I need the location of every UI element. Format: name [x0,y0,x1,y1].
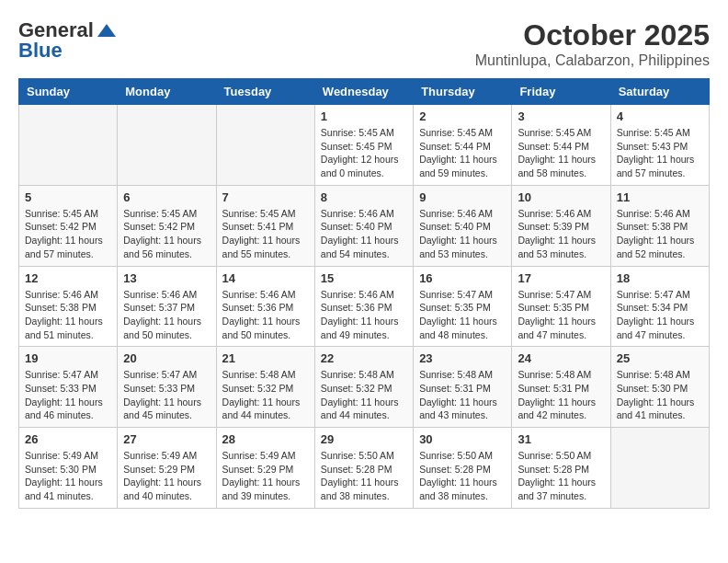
table-row: 22Sunrise: 5:48 AMSunset: 5:32 PMDayligh… [314,347,413,428]
day-number: 22 [321,351,407,365]
day-info: Sunrise: 5:47 AMSunset: 5:35 PMDaylight:… [419,288,506,342]
header-saturday: Saturday [610,79,709,105]
table-row: 5Sunrise: 5:45 AMSunset: 5:42 PMDaylight… [19,185,118,266]
day-info: Sunrise: 5:46 AMSunset: 5:38 PMDaylight:… [25,288,111,342]
day-info: Sunrise: 5:47 AMSunset: 5:33 PMDaylight:… [25,368,111,422]
day-number: 10 [518,190,604,204]
day-number: 24 [518,351,604,365]
header-wednesday: Wednesday [314,79,413,105]
day-number: 16 [419,271,506,285]
table-row: 15Sunrise: 5:46 AMSunset: 5:36 PMDayligh… [314,266,413,347]
table-row: 25Sunrise: 5:48 AMSunset: 5:30 PMDayligh… [610,347,709,428]
day-info: Sunrise: 5:48 AMSunset: 5:30 PMDaylight:… [617,368,703,422]
day-number: 27 [123,432,210,446]
day-number: 31 [518,432,604,446]
day-number: 28 [222,432,309,446]
day-info: Sunrise: 5:49 AMSunset: 5:29 PMDaylight:… [123,449,210,503]
day-info: Sunrise: 5:49 AMSunset: 5:29 PMDaylight:… [222,449,309,503]
logo-blue: Blue [18,39,63,63]
logo-arrow-icon [96,22,116,39]
day-info: Sunrise: 5:45 AMSunset: 5:44 PMDaylight:… [419,126,506,180]
day-number: 26 [25,432,111,446]
day-number: 9 [419,190,506,204]
day-number: 19 [25,351,111,365]
day-info: Sunrise: 5:46 AMSunset: 5:36 PMDaylight:… [321,288,407,342]
table-row: 26Sunrise: 5:49 AMSunset: 5:30 PMDayligh… [19,428,118,509]
table-row: 7Sunrise: 5:45 AMSunset: 5:41 PMDaylight… [216,185,314,266]
calendar-week-row: 5Sunrise: 5:45 AMSunset: 5:42 PMDaylight… [19,185,710,266]
day-info: Sunrise: 5:50 AMSunset: 5:28 PMDaylight:… [321,449,407,503]
table-row: 24Sunrise: 5:48 AMSunset: 5:31 PMDayligh… [512,347,610,428]
calendar-subtitle: Muntinlupa, Calabarzon, Philippines [475,52,710,69]
day-info: Sunrise: 5:46 AMSunset: 5:39 PMDaylight:… [518,207,604,261]
day-number: 2 [419,109,506,123]
day-info: Sunrise: 5:46 AMSunset: 5:40 PMDaylight:… [321,207,407,261]
table-row [216,105,314,186]
day-info: Sunrise: 5:48 AMSunset: 5:31 PMDaylight:… [518,368,604,422]
calendar-header-row: Sunday Monday Tuesday Wednesday Thursday… [19,79,710,105]
table-row: 11Sunrise: 5:46 AMSunset: 5:38 PMDayligh… [610,185,709,266]
day-info: Sunrise: 5:45 AMSunset: 5:43 PMDaylight:… [617,126,703,180]
day-number: 14 [222,271,309,285]
day-info: Sunrise: 5:47 AMSunset: 5:35 PMDaylight:… [518,288,604,342]
table-row: 12Sunrise: 5:46 AMSunset: 5:38 PMDayligh… [19,266,118,347]
header-sunday: Sunday [19,79,118,105]
day-info: Sunrise: 5:45 AMSunset: 5:41 PMDaylight:… [222,207,309,261]
day-number: 17 [518,271,604,285]
day-info: Sunrise: 5:46 AMSunset: 5:40 PMDaylight:… [419,207,506,261]
table-row: 28Sunrise: 5:49 AMSunset: 5:29 PMDayligh… [216,428,314,509]
table-row: 27Sunrise: 5:49 AMSunset: 5:29 PMDayligh… [118,428,216,509]
day-info: Sunrise: 5:46 AMSunset: 5:38 PMDaylight:… [617,207,703,261]
day-info: Sunrise: 5:47 AMSunset: 5:33 PMDaylight:… [123,368,210,422]
day-info: Sunrise: 5:46 AMSunset: 5:36 PMDaylight:… [222,288,309,342]
calendar-week-row: 12Sunrise: 5:46 AMSunset: 5:38 PMDayligh… [19,266,710,347]
table-row [19,105,118,186]
day-number: 11 [617,190,703,204]
day-info: Sunrise: 5:50 AMSunset: 5:28 PMDaylight:… [419,449,506,503]
day-info: Sunrise: 5:45 AMSunset: 5:42 PMDaylight:… [123,207,210,261]
table-row: 9Sunrise: 5:46 AMSunset: 5:40 PMDaylight… [414,185,512,266]
day-info: Sunrise: 5:50 AMSunset: 5:28 PMDaylight:… [518,449,604,503]
logo: General Blue [18,18,116,63]
day-number: 3 [518,109,604,123]
table-row [610,428,709,509]
day-number: 13 [123,271,210,285]
day-number: 6 [123,190,210,204]
table-row: 31Sunrise: 5:50 AMSunset: 5:28 PMDayligh… [512,428,610,509]
day-number: 15 [321,271,407,285]
table-row: 13Sunrise: 5:46 AMSunset: 5:37 PMDayligh… [118,266,216,347]
day-info: Sunrise: 5:48 AMSunset: 5:32 PMDaylight:… [222,368,309,422]
day-info: Sunrise: 5:46 AMSunset: 5:37 PMDaylight:… [123,288,210,342]
table-row: 10Sunrise: 5:46 AMSunset: 5:39 PMDayligh… [512,185,610,266]
table-row: 30Sunrise: 5:50 AMSunset: 5:28 PMDayligh… [414,428,512,509]
header-thursday: Thursday [414,79,512,105]
table-row: 19Sunrise: 5:47 AMSunset: 5:33 PMDayligh… [19,347,118,428]
table-row: 23Sunrise: 5:48 AMSunset: 5:31 PMDayligh… [414,347,512,428]
table-row: 2Sunrise: 5:45 AMSunset: 5:44 PMDaylight… [414,105,512,186]
day-number: 23 [419,351,506,365]
day-number: 4 [617,109,703,123]
table-row: 21Sunrise: 5:48 AMSunset: 5:32 PMDayligh… [216,347,314,428]
header-monday: Monday [118,79,216,105]
table-row: 14Sunrise: 5:46 AMSunset: 5:36 PMDayligh… [216,266,314,347]
table-row: 18Sunrise: 5:47 AMSunset: 5:34 PMDayligh… [610,266,709,347]
day-number: 7 [222,190,309,204]
table-row: 8Sunrise: 5:46 AMSunset: 5:40 PMDaylight… [314,185,413,266]
table-row: 17Sunrise: 5:47 AMSunset: 5:35 PMDayligh… [512,266,610,347]
day-info: Sunrise: 5:49 AMSunset: 5:30 PMDaylight:… [25,449,111,503]
day-number: 25 [617,351,703,365]
day-number: 20 [123,351,210,365]
day-info: Sunrise: 5:45 AMSunset: 5:45 PMDaylight:… [321,126,407,180]
calendar-table: Sunday Monday Tuesday Wednesday Thursday… [18,78,710,509]
table-row: 3Sunrise: 5:45 AMSunset: 5:44 PMDaylight… [512,105,610,186]
table-row: 16Sunrise: 5:47 AMSunset: 5:35 PMDayligh… [414,266,512,347]
day-number: 8 [321,190,407,204]
table-row: 6Sunrise: 5:45 AMSunset: 5:42 PMDaylight… [118,185,216,266]
calendar-week-row: 1Sunrise: 5:45 AMSunset: 5:45 PMDaylight… [19,105,710,186]
day-number: 1 [321,109,407,123]
svg-marker-0 [97,24,116,37]
table-row: 4Sunrise: 5:45 AMSunset: 5:43 PMDaylight… [610,105,709,186]
calendar-title: October 2025 [475,18,710,52]
table-row [118,105,216,186]
calendar-week-row: 26Sunrise: 5:49 AMSunset: 5:30 PMDayligh… [19,428,710,509]
